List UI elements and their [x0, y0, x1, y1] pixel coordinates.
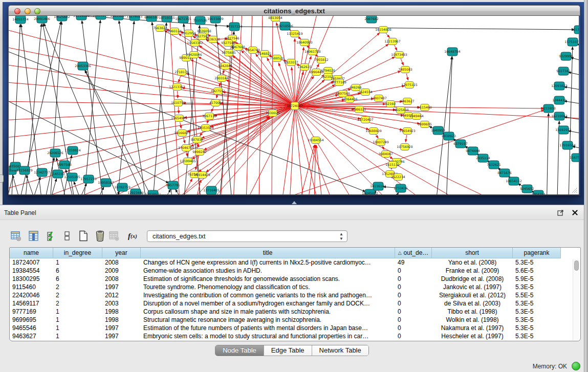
graph-node[interactable]: 8912954: [182, 30, 196, 37]
graph-node[interactable]: 2803144: [214, 75, 229, 82]
graph-node[interactable]: 12213967: [384, 38, 401, 45]
graph-node[interactable]: 62160: [385, 101, 396, 107]
graph-node[interactable]: 1244419: [552, 96, 567, 104]
column-header-title[interactable]: title: [141, 248, 395, 258]
graph-node[interactable]: 20206526: [47, 149, 63, 157]
graph-node[interactable]: 13325419: [287, 31, 303, 37]
column-header-out_de[interactable]: △out_de…: [395, 248, 432, 258]
graph-node[interactable]: 11599485: [180, 158, 196, 165]
table-select-dropdown[interactable]: citations_edges.txt ▲▼: [147, 230, 347, 242]
graph-node[interactable]: 12505195: [64, 173, 80, 181]
graph-node[interactable]: 10671355: [175, 16, 191, 23]
graph-node[interactable]: 15751074: [564, 38, 579, 46]
graph-node[interactable]: 7663822: [153, 25, 167, 32]
graph-node[interactable]: 20053346: [75, 62, 91, 70]
graph-node[interactable]: 19384554: [308, 137, 324, 144]
graph-node[interactable]: 14055724: [12, 16, 29, 24]
window-resize-grip[interactable]: [571, 187, 578, 193]
function-builder-icon[interactable]: f(x): [127, 230, 138, 242]
graph-node[interactable]: 7588520: [270, 55, 284, 62]
graph-node[interactable]: 2967608: [231, 44, 245, 51]
graph-node[interactable]: 887834: [191, 137, 203, 143]
graph-node[interactable]: 9329996: [559, 52, 573, 60]
graph-node[interactable]: 5875685: [222, 50, 236, 56]
table-row[interactable]: 946362711997Embryonic stem cells: a mode…: [10, 332, 581, 340]
select-all-icon[interactable]: [46, 230, 57, 242]
table-options-icon[interactable]: [10, 230, 21, 242]
graph-node[interactable]: 9474444: [466, 147, 480, 155]
graph-node[interactable]: 2087682: [364, 16, 379, 23]
tab-node-table[interactable]: Node Table: [215, 345, 264, 356]
table-row[interactable]: 1872400712008Changes of HCN gene express…: [10, 258, 581, 267]
select-columns-icon[interactable]: [28, 230, 39, 242]
column-header-in_degree[interactable]: in_degree: [53, 248, 102, 258]
graph-node[interactable]: 10543342: [187, 40, 203, 47]
graph-node[interactable]: 16782759: [114, 183, 130, 191]
tab-network-table[interactable]: Network Table: [312, 345, 368, 356]
toggle-rows-icon[interactable]: [61, 230, 73, 242]
graph-node[interactable]: 19166827: [174, 130, 190, 137]
graph-node[interactable]: 15692971: [555, 126, 572, 134]
graph-node[interactable]: 17359924: [64, 146, 81, 155]
new-table-icon[interactable]: [78, 230, 89, 242]
graph-node[interactable]: 8136328: [206, 36, 220, 43]
graph-node[interactable]: 15720407: [357, 117, 374, 123]
graph-node[interactable]: 9245652: [520, 185, 534, 193]
graph-node[interactable]: 20991406: [34, 16, 50, 23]
table-row[interactable]: 969969511998Structural magnetic resonanc…: [10, 316, 581, 324]
graph-node[interactable]: 7515526: [193, 16, 207, 25]
graph-node[interactable]: 17957273: [80, 175, 97, 183]
graph-node[interactable]: 10973493: [391, 52, 407, 58]
table-row[interactable]: 946554611997Estimation of the future num…: [10, 324, 581, 332]
graph-node[interactable]: 1167534: [570, 154, 579, 162]
graph-node[interactable]: 18640910: [296, 39, 313, 46]
graph-node[interactable]: 1610755: [171, 100, 185, 106]
graph-node[interactable]: 2522234: [391, 174, 405, 181]
graph-node[interactable]: 1733436: [394, 184, 408, 192]
graph-node[interactable]: 17016504: [559, 141, 576, 149]
graph-node[interactable]: 10756928: [397, 144, 413, 150]
graph-node[interactable]: 18807249: [373, 139, 389, 146]
graph-node[interactable]: 8471676: [497, 169, 512, 177]
graph-node[interactable]: 12172312: [571, 26, 579, 34]
graph-node[interactable]: 16210043: [551, 112, 568, 120]
network-canvas[interactable]: 1405572420991406195256022039482910635277…: [8, 16, 579, 195]
splitter-collapse-handle[interactable]: [291, 201, 298, 205]
graph-node[interactable]: 10958167: [98, 179, 114, 187]
graph-node[interactable]: 2935114: [476, 154, 490, 162]
graph-node[interactable]: 6322037: [284, 59, 298, 66]
graph-node[interactable]: 8427552: [211, 88, 225, 95]
table-row[interactable]: 1938455462009Genome-wide association stu…: [10, 267, 581, 275]
column-header-name[interactable]: name: [10, 248, 53, 258]
graph-node[interactable]: 8938923: [442, 132, 456, 140]
delete-table-icon[interactable]: [94, 230, 105, 242]
graph-node[interactable]: 10033809: [207, 16, 224, 23]
graph-node[interactable]: 16648784: [444, 48, 461, 56]
graph-node[interactable]: 3267130: [202, 113, 216, 120]
graph-node[interactable]: 7632621: [487, 161, 501, 169]
graph-node[interactable]: 12213363: [169, 84, 185, 91]
table-row[interactable]: 1830029562008Estimation of significance …: [10, 275, 581, 283]
graph-node[interactable]: 6379197: [453, 140, 468, 148]
graph-node[interactable]: 9115460: [418, 104, 432, 111]
left-panel-handle[interactable]: [0, 174, 4, 183]
graph-node[interactable]: 1145193: [51, 170, 65, 178]
graph-node[interactable]: 19654923: [399, 128, 416, 135]
graph-node[interactable]: 1904254: [531, 190, 546, 195]
graph-node[interactable]: 3624554: [358, 89, 373, 96]
graph-node[interactable]: 10688609: [365, 128, 382, 135]
graph-node[interactable]: 12342737: [34, 168, 50, 177]
graph-node[interactable]: 10807487: [371, 95, 387, 102]
table-vertical-scrollbar[interactable]: [573, 259, 579, 340]
graph-node[interactable]: 16154808: [375, 27, 391, 33]
tab-edge-table[interactable]: Edge Table: [264, 345, 312, 356]
graph-node[interactable]: 3215958: [541, 104, 556, 113]
graph-node[interactable]: 12975115: [401, 82, 418, 89]
import-table-icon[interactable]: [108, 230, 120, 242]
column-header-short[interactable]: short: [432, 248, 513, 258]
graph-node[interactable]: 13716485: [203, 186, 220, 194]
graph-node[interactable]: 1640953: [431, 126, 445, 135]
close-icon[interactable]: [571, 208, 579, 216]
graph-node[interactable]: 8813054: [268, 16, 282, 21]
table-row[interactable]: 911546021997Tourette syndrome. Phenomeno…: [10, 283, 581, 291]
